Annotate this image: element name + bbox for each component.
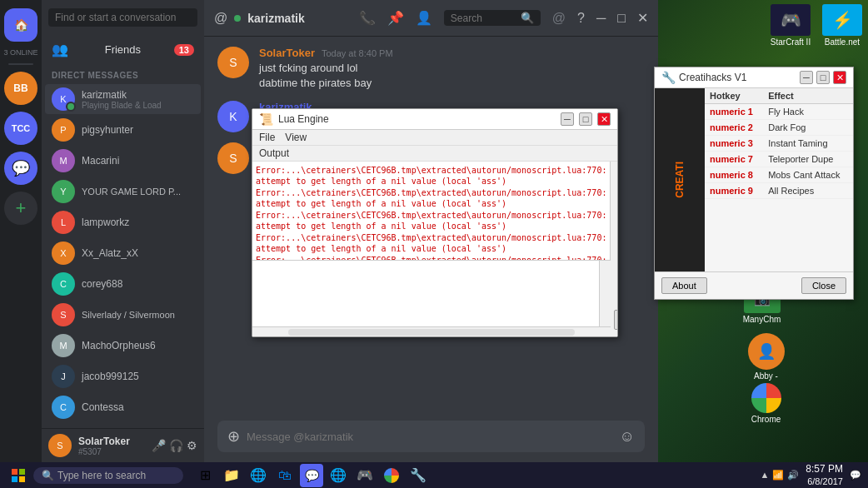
lua-menu-file[interactable]: File bbox=[259, 132, 275, 143]
dm-user-contessa[interactable]: C Contessa bbox=[45, 392, 201, 422]
windows-logo-icon bbox=[12, 469, 25, 482]
dm-user-silverlady[interactable]: S Silverlady / Silvermoon bbox=[45, 300, 201, 330]
msg-timestamp: Today at 8:40 PM bbox=[322, 48, 393, 58]
dm-user-lampworkz[interactable]: L lampworkz bbox=[45, 207, 201, 237]
dm-bottom-user: S SolarToker #5307 🎤 🎧 ⚙ bbox=[42, 428, 204, 462]
taskbar-steam-icon[interactable]: 🎮 bbox=[353, 464, 377, 487]
upload-icon[interactable]: ⊕ bbox=[227, 427, 240, 446]
at-icon: @ bbox=[214, 11, 227, 26]
taskbar-search-box[interactable]: 🔍 Type here to search bbox=[33, 467, 183, 484]
lua-script-input[interactable] bbox=[252, 261, 599, 326]
friends-nav-item[interactable]: 👥 Friends 13 bbox=[42, 35, 204, 64]
table-row: numeric 3 Instant Taming bbox=[705, 136, 853, 152]
dm-user-corey[interactable]: C corey688 bbox=[45, 269, 201, 299]
taskbar-ie-icon[interactable]: 🌐 bbox=[327, 464, 350, 487]
creatihacks-logo: CREATI bbox=[655, 88, 705, 271]
lua-output-label: Output bbox=[252, 146, 617, 162]
dm-avatar-macho: M bbox=[52, 334, 75, 357]
table-row: numeric 9 All Recipes bbox=[705, 183, 853, 199]
lua-input-scrollbar[interactable] bbox=[599, 261, 611, 326]
settings-icon[interactable]: ⚙ bbox=[187, 439, 197, 452]
taskbar-right-area: ▲ 📶 🔊 8:57 PM 6/8/2017 💬 bbox=[760, 463, 861, 488]
notification-icon[interactable]: 💬 bbox=[850, 470, 861, 481]
close-icon[interactable]: ✕ bbox=[637, 10, 648, 26]
store-icon[interactable]: 🛍 bbox=[273, 464, 297, 487]
dm-search-container bbox=[42, 0, 204, 35]
creatihacks-close-button[interactable]: Close bbox=[801, 277, 846, 294]
help-icon[interactable]: ? bbox=[577, 11, 585, 26]
maximize-icon[interactable]: □ bbox=[617, 11, 626, 26]
lua-menubar: File View bbox=[252, 130, 617, 146]
battlenet-icon[interactable]: ⚡ Battle.net bbox=[818, 4, 866, 47]
mic-icon[interactable]: 🎤 bbox=[152, 439, 166, 452]
taskbar: 🔍 Type here to search ⊞ 📁 🌐 🛍 💬 🌐 🎮 🔧 ▲ … bbox=[0, 462, 868, 488]
taskbar-discord2-icon[interactable]: 🔧 bbox=[407, 464, 430, 487]
taskbar-search-text: Type here to search bbox=[57, 470, 146, 481]
call-icon[interactable]: 📞 bbox=[359, 10, 376, 26]
hack-effect-3: Instant Taming bbox=[763, 136, 853, 152]
lua-execute-button[interactable]: Execute bbox=[614, 310, 617, 330]
chat-search-input[interactable] bbox=[451, 12, 517, 24]
dm-user-karizmatik[interactable]: K karizmatik Playing Blade & Load bbox=[45, 84, 201, 114]
add-friend-icon[interactable]: 👤 bbox=[416, 10, 432, 26]
task-view-icon[interactable]: ⊞ bbox=[193, 464, 217, 487]
svg-rect-1 bbox=[19, 469, 25, 475]
starcraft-icon[interactable]: 🎮 StarCraft II bbox=[766, 4, 815, 47]
volume-icon[interactable]: 🔊 bbox=[787, 470, 799, 481]
dm-avatar-contessa: C bbox=[52, 396, 75, 419]
dm-avatar-corey: C bbox=[52, 272, 75, 296]
minimize-icon[interactable]: ─ bbox=[596, 11, 606, 26]
lua-minimize-btn[interactable]: ─ bbox=[561, 112, 574, 126]
msg-content-solar1: SolarToker Today at 8:40 PM just fcking … bbox=[259, 47, 645, 91]
dm-avatar-yourgame: Y bbox=[52, 180, 75, 203]
chat-header-icons: 📞 📌 👤 🔍 @ ? ─ □ ✕ bbox=[359, 10, 648, 26]
emoji-icon[interactable]: ☺ bbox=[620, 428, 635, 446]
network-icon[interactable]: 📶 bbox=[772, 470, 784, 481]
lua-close-btn[interactable]: ✕ bbox=[597, 112, 611, 126]
dm-user-macho[interactable]: M MachoOrpheus6 bbox=[45, 331, 201, 361]
guild-disc[interactable]: 💬 bbox=[4, 152, 37, 185]
home-guild-icon[interactable]: 🏠 bbox=[4, 8, 37, 42]
creatihacks-maximize-btn[interactable]: □ bbox=[816, 71, 830, 84]
lua-bottom-scrollbar[interactable] bbox=[252, 326, 611, 336]
creatihacks-minimize-btn[interactable]: ─ bbox=[800, 71, 813, 84]
guild-bb[interactable]: BB bbox=[4, 72, 37, 105]
creatihacks-close-btn[interactable]: ✕ bbox=[833, 71, 846, 84]
lua-maximize-btn[interactable]: □ bbox=[579, 112, 592, 126]
dm-user-xxalatz[interactable]: X Xx_Alatz_xX bbox=[45, 238, 201, 268]
dm-user-macarini[interactable]: M Macarini bbox=[45, 146, 201, 176]
dm-search-input[interactable] bbox=[48, 8, 197, 27]
add-server-icon[interactable]: + bbox=[4, 192, 37, 225]
abby-icon[interactable]: 👤 Abby - bbox=[743, 333, 789, 381]
chat-message-input[interactable] bbox=[247, 431, 613, 443]
col-effect-header: Effect bbox=[763, 88, 853, 104]
edge-icon[interactable]: 🌐 bbox=[247, 464, 270, 487]
file-explorer-icon[interactable]: 📁 bbox=[220, 464, 243, 487]
lua-engine-window: 📜 Lua Engine ─ □ ✕ File View Output Erro… bbox=[252, 108, 618, 337]
taskbar-clock[interactable]: 8:57 PM 6/8/2017 bbox=[806, 463, 843, 488]
svg-rect-2 bbox=[12, 476, 17, 482]
dm-avatar-macarini: M bbox=[52, 149, 75, 172]
lua-menu-view[interactable]: View bbox=[285, 132, 307, 143]
headset-icon[interactable]: 🎧 bbox=[169, 439, 183, 452]
table-row: numeric 2 Dark Fog bbox=[705, 120, 853, 136]
hack-hotkey-1: numeric 1 bbox=[705, 104, 763, 120]
dm-user-yourgame[interactable]: Y YOUR GAME LORD P... bbox=[45, 177, 201, 207]
guild-tcc[interactable]: TCC bbox=[4, 112, 37, 145]
mention-icon[interactable]: @ bbox=[552, 11, 566, 26]
list-item: Error:...\cetrainers\CETC96B.tmp\extract… bbox=[256, 232, 606, 254]
table-row: numeric 8 Mobs Cant Attack bbox=[705, 167, 853, 183]
taskbar-chrome-icon[interactable] bbox=[380, 464, 403, 487]
tray-arrow-icon[interactable]: ▲ bbox=[760, 470, 769, 480]
start-button[interactable] bbox=[7, 464, 30, 487]
chat-input-box: ⊕ ☺ bbox=[217, 421, 645, 452]
creatihacks-about-button[interactable]: About bbox=[661, 277, 707, 294]
chat-header: @ karizmatik 📞 📌 👤 🔍 @ ? ─ □ ✕ bbox=[204, 0, 658, 37]
hack-effect-7: Teleporter Dupe bbox=[763, 152, 853, 167]
taskbar-discord-icon[interactable]: 💬 bbox=[300, 464, 323, 487]
dm-user-jacob[interactable]: J jacob999125 bbox=[45, 361, 201, 391]
msg-avatar-solar1: S bbox=[217, 47, 249, 78]
dm-user-pigsyhunter[interactable]: P pigsyhunter bbox=[45, 115, 201, 145]
pin-icon[interactable]: 📌 bbox=[387, 10, 404, 26]
desktop-chrome-icon[interactable]: Chrome bbox=[743, 383, 789, 424]
